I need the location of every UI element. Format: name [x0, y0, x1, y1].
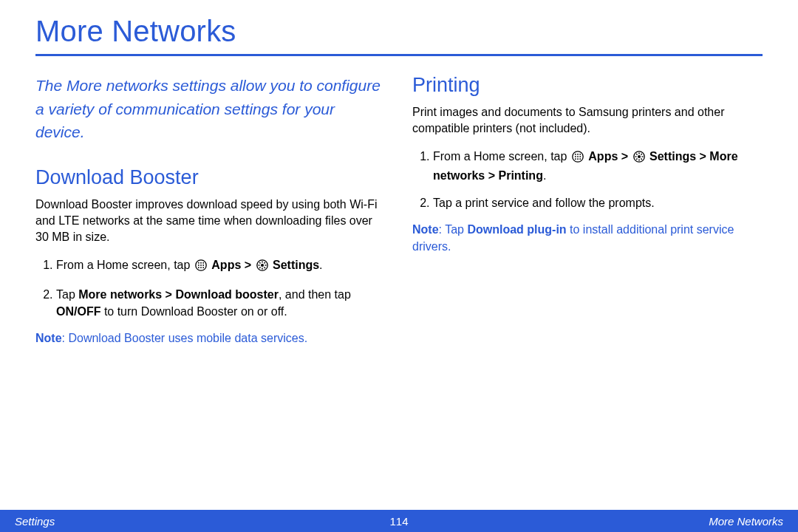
- printing-steps: From a Home screen, tap Apps > Settings …: [412, 148, 763, 212]
- step-bold: ON/OFF: [56, 305, 100, 318]
- download-booster-steps: From a Home screen, tap Apps > Settings.…: [35, 256, 386, 321]
- svg-rect-7: [198, 267, 200, 268]
- svg-rect-27: [575, 158, 576, 160]
- note-label: Note: [35, 332, 62, 344]
- svg-rect-8: [200, 267, 202, 268]
- step-bold: Apps >: [588, 150, 631, 163]
- svg-point-31: [638, 155, 641, 158]
- download-booster-description: Download Booster improves download speed…: [35, 197, 386, 246]
- step-item: From a Home screen, tap Apps > Settings …: [433, 148, 763, 184]
- svg-rect-9: [202, 267, 204, 268]
- step-item: Tap a print service and follow the promp…: [433, 194, 763, 211]
- printing-description: Print images and documents to Samsung pr…: [412, 104, 763, 137]
- svg-line-36: [636, 154, 637, 154]
- svg-rect-2: [200, 262, 202, 264]
- svg-rect-6: [202, 265, 204, 266]
- svg-line-19: [264, 262, 265, 263]
- note-bold: Download plug-in: [467, 223, 566, 236]
- section-title-printing: Printing: [412, 74, 763, 97]
- svg-point-11: [261, 264, 264, 267]
- settings-gear-icon: [633, 150, 645, 167]
- svg-line-18: [259, 267, 260, 267]
- note-text: : Download Booster uses mobile data serv…: [62, 332, 308, 344]
- svg-rect-3: [202, 262, 204, 264]
- svg-rect-29: [579, 158, 581, 160]
- apps-grid-icon: [572, 150, 584, 167]
- svg-line-17: [264, 267, 265, 267]
- step-text: .: [319, 259, 322, 271]
- step-text: .: [543, 169, 546, 182]
- svg-rect-4: [198, 265, 200, 266]
- settings-gear-icon: [256, 259, 268, 276]
- footer-page-number: 114: [389, 515, 408, 528]
- svg-rect-25: [577, 156, 579, 157]
- step-text: Tap: [56, 288, 78, 301]
- right-column: Printing Print images and documents to S…: [412, 74, 763, 347]
- intro-text: The More networks settings allow you to …: [35, 74, 386, 144]
- svg-line-39: [641, 154, 641, 154]
- step-text: to turn Download Booster on or off.: [100, 305, 287, 318]
- svg-rect-5: [200, 265, 202, 266]
- note-text: : Tap: [439, 223, 468, 236]
- printing-note: Note: Tap Download plug-in to install ad…: [412, 222, 763, 255]
- step-bold: Settings: [273, 259, 319, 271]
- svg-rect-23: [579, 154, 581, 155]
- svg-rect-22: [577, 154, 579, 155]
- step-text: , and then tap: [279, 288, 351, 301]
- svg-line-37: [641, 158, 641, 159]
- apps-grid-icon: [195, 259, 207, 276]
- step-text: From a Home screen, tap: [56, 259, 194, 271]
- step-bold: More networks > Download booster: [78, 288, 279, 301]
- svg-rect-26: [579, 156, 581, 157]
- section-title-download-booster: Download Booster: [35, 166, 386, 189]
- svg-line-16: [259, 262, 260, 263]
- svg-line-38: [636, 158, 637, 159]
- content-columns: The More networks settings allow you to …: [35, 74, 763, 347]
- step-text: From a Home screen, tap: [433, 150, 570, 163]
- step-bold: Apps >: [211, 259, 254, 271]
- download-booster-note: Note: Download Booster uses mobile data …: [35, 330, 386, 347]
- page-title: More Networks: [35, 15, 763, 56]
- left-column: The More networks settings allow you to …: [35, 74, 386, 347]
- page-footer: Settings 114 More Networks: [0, 510, 798, 532]
- document-page: More Networks The More networks settings…: [0, 0, 798, 532]
- footer-right: More Networks: [709, 515, 783, 528]
- svg-rect-21: [575, 154, 576, 155]
- step-item: Tap More networks > Download booster, an…: [56, 286, 386, 320]
- svg-rect-28: [577, 158, 579, 160]
- footer-left: Settings: [15, 515, 55, 528]
- step-text: Tap a print service and follow the promp…: [433, 197, 655, 209]
- svg-rect-1: [198, 262, 200, 264]
- note-label: Note: [412, 223, 439, 236]
- svg-rect-24: [575, 156, 576, 157]
- step-item: From a Home screen, tap Apps > Settings.: [56, 256, 386, 276]
